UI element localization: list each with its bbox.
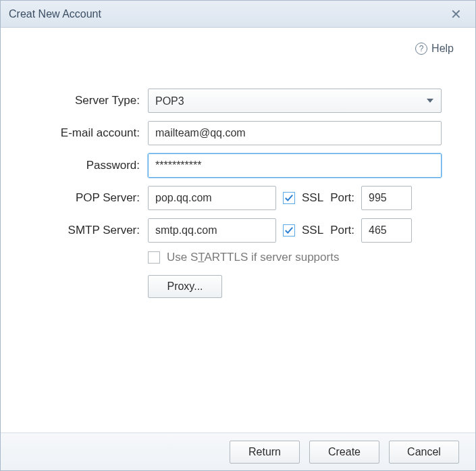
label-email: E-mail account:	[20, 126, 148, 140]
pop-port-field[interactable]	[361, 186, 412, 210]
smtp-port-field[interactable]	[361, 218, 412, 243]
window-title: Creat New Account	[9, 8, 101, 20]
password-field[interactable]	[148, 153, 442, 178]
return-button[interactable]: Return	[230, 441, 300, 464]
create-button[interactable]: Create	[309, 441, 379, 464]
help-icon: ?	[415, 43, 427, 55]
pop-server-field[interactable]	[148, 186, 276, 210]
smtp-ssl-label: SSL	[302, 224, 323, 237]
label-smtp: SMTP Server:	[20, 224, 148, 237]
row-smtp: SMTP Server: SSL Port:	[20, 218, 456, 243]
row-password: Password:	[20, 153, 456, 178]
label-password: Password:	[20, 159, 148, 172]
server-type-select[interactable]: POP3	[148, 89, 442, 113]
smtp-server-field[interactable]	[148, 218, 276, 243]
proxy-button[interactable]: Proxy...	[148, 275, 222, 298]
titlebar: Creat New Account ✕	[1, 1, 475, 28]
label-server-type: Server Type:	[20, 94, 148, 107]
pop-port-label: Port:	[330, 191, 354, 205]
row-pop: POP Server: SSL Port:	[20, 186, 456, 210]
email-field[interactable]	[148, 121, 442, 145]
row-proxy: Proxy...	[148, 275, 456, 298]
row-server-type: Server Type: POP3	[20, 89, 456, 113]
check-icon	[284, 226, 294, 235]
help-link[interactable]: ? Help	[415, 43, 454, 55]
dialog-window: Creat New Account ✕ ? Help Server Type: …	[0, 0, 476, 471]
form: Server Type: POP3 E-mail account: Passwo…	[20, 89, 456, 298]
label-pop: POP Server:	[20, 191, 148, 205]
row-starttls: Use STARTTLS if server supports	[148, 251, 456, 264]
pop-ssl-checkbox[interactable]	[283, 192, 295, 204]
pop-ssl-label: SSL	[302, 191, 323, 205]
close-icon[interactable]: ✕	[445, 3, 467, 25]
starttls-checkbox[interactable]	[148, 251, 160, 264]
footer: Return Create Cancel	[1, 432, 475, 470]
content-area: ? Help Server Type: POP3 E-mail account:	[1, 28, 475, 432]
row-email: E-mail account:	[20, 121, 456, 145]
help-label: Help	[431, 43, 454, 55]
check-icon	[284, 193, 294, 203]
smtp-ssl-checkbox[interactable]	[283, 224, 295, 237]
cancel-button[interactable]: Cancel	[389, 441, 459, 464]
starttls-label: Use STARTTLS if server supports	[167, 251, 339, 264]
smtp-port-label: Port:	[330, 224, 354, 237]
